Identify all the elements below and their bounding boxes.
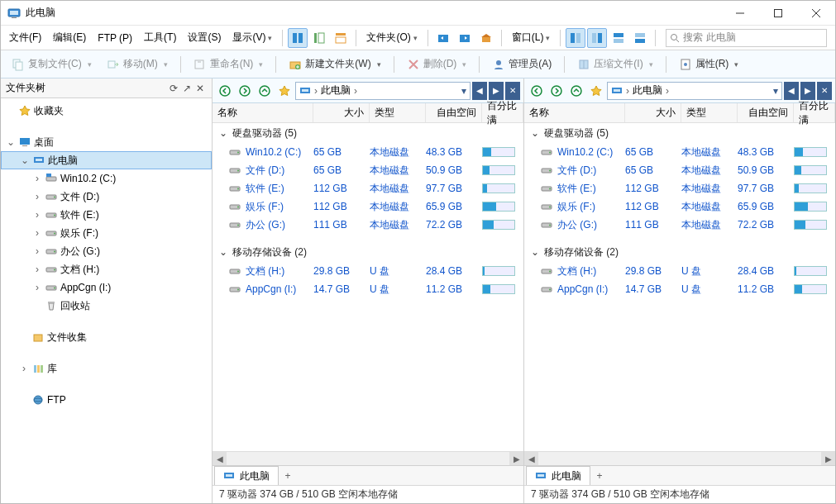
svg-point-81 xyxy=(237,271,239,273)
delete-button[interactable]: 删除(D)▾ xyxy=(401,54,473,74)
hscrollbar[interactable]: ◀▶ xyxy=(524,451,835,465)
svg-line-25 xyxy=(676,40,679,42)
nav-fav[interactable] xyxy=(275,82,294,100)
hscrollbar[interactable]: ◀▶ xyxy=(213,451,523,465)
view-mode-1[interactable] xyxy=(288,28,308,48)
layout-2[interactable] xyxy=(587,28,607,48)
close-button[interactable] xyxy=(797,1,835,26)
popout-icon[interactable]: ↗ xyxy=(180,83,193,94)
menu-ftp[interactable]: FTP (P) xyxy=(93,29,137,47)
drive-row[interactable]: 办公 (G:) 111 GB 本地磁盘 72.2 GB xyxy=(524,216,835,234)
drive-row[interactable]: 娱乐 (F:) 112 GB 本地磁盘 65.9 GB xyxy=(213,197,523,216)
nav-back-icon[interactable] xyxy=(433,28,453,48)
drive-row[interactable]: 文档 (H:) 29.8 GB U 盘 28.4 GB xyxy=(213,262,523,280)
nav-fav[interactable] xyxy=(587,82,605,100)
drive-icon xyxy=(541,201,552,212)
drive-row[interactable]: 文档 (H:) 29.8 GB U 盘 28.4 GB xyxy=(524,262,835,280)
layout-1[interactable] xyxy=(566,28,585,48)
menu-window[interactable]: 窗口(L)▾ xyxy=(507,27,556,48)
tree-desktop[interactable]: ⌄桌面 xyxy=(1,133,212,151)
group-header[interactable]: ⌄移动存储设备 (2) xyxy=(524,242,835,262)
drive-row[interactable]: AppCgn (I:) 14.7 GB U 盘 11.2 GB xyxy=(213,280,523,298)
tree-drive[interactable]: ›文件 (D:) xyxy=(1,188,212,206)
tree-lib[interactable]: ›库 xyxy=(1,359,212,378)
menu-settings[interactable]: 设置(S) xyxy=(183,27,226,48)
admin-button[interactable]: 管理员(A) xyxy=(486,54,557,74)
pane-close[interactable]: ✕ xyxy=(505,82,520,100)
pane-tab[interactable]: 此电脑 xyxy=(526,466,590,485)
rename-button[interactable]: 重命名(N)▾ xyxy=(188,54,270,74)
nav-fwd-icon[interactable] xyxy=(455,28,475,48)
menu-display[interactable]: 显示(V)▾ xyxy=(227,27,277,48)
pack-button[interactable]: 压缩文件(I)▾ xyxy=(571,54,658,74)
tree-drive[interactable]: ›文档 (H:) xyxy=(1,260,212,278)
new-tab[interactable]: + xyxy=(279,470,297,482)
drive-row[interactable]: 文件 (D:) 65 GB 本地磁盘 50.9 GB xyxy=(213,161,523,179)
drive-row[interactable]: 软件 (E:) 112 GB 本地磁盘 97.7 GB xyxy=(213,179,523,197)
tree-drive[interactable]: ›Win10.2 (C:) xyxy=(1,169,212,188)
svg-rect-11 xyxy=(336,33,346,36)
tree-collect[interactable]: 文件收集 xyxy=(1,328,212,346)
drive-row[interactable]: 软件 (E:) 112 GB 本地磁盘 97.7 GB xyxy=(524,179,835,197)
pane-close[interactable]: ✕ xyxy=(817,82,832,100)
menu-folder[interactable]: 文件夹(O)▾ xyxy=(361,27,422,48)
pane-tab[interactable]: 此电脑 xyxy=(214,466,279,485)
view-mode-2[interactable] xyxy=(309,28,329,48)
newfolder-button[interactable]: 新建文件夹(W)▾ xyxy=(283,54,386,74)
group-header[interactable]: ⌄硬盘驱动器 (5) xyxy=(213,123,523,143)
file-list[interactable]: ⌄硬盘驱动器 (5) Win10.2 (C:) 65 GB 本地磁盘 48.3 … xyxy=(524,123,835,451)
nav-forward[interactable] xyxy=(236,82,254,100)
nav-back[interactable] xyxy=(528,82,546,100)
tree-drive[interactable]: ›办公 (G:) xyxy=(1,242,212,260)
folder-tree[interactable]: 收藏夹 ⌄桌面 ⌄此电脑 ›Win10.2 (C:)›文件 (D:)›软件 (E… xyxy=(1,98,212,503)
group-header[interactable]: ⌄移动存储设备 (2) xyxy=(213,242,523,262)
nav-forward[interactable] xyxy=(547,82,566,100)
menu-tools[interactable]: 工具(T) xyxy=(139,27,181,48)
pane-prev[interactable]: ◀ xyxy=(784,82,799,100)
view-mode-3[interactable] xyxy=(331,28,351,48)
group-header[interactable]: ⌄硬盘驱动器 (5) xyxy=(524,123,835,143)
svg-rect-9 xyxy=(314,33,317,43)
nav-back[interactable] xyxy=(216,82,234,100)
close-tree-icon[interactable]: ✕ xyxy=(193,83,207,94)
tree-favorites[interactable]: 收藏夹 xyxy=(1,102,212,120)
tree-recycle[interactable]: 回收站 xyxy=(1,297,212,315)
svg-point-77 xyxy=(237,207,239,208)
drive-row[interactable]: 办公 (G:) 111 GB 本地磁盘 72.2 GB xyxy=(213,216,523,234)
maximize-button[interactable] xyxy=(759,1,797,26)
drive-row[interactable]: AppCgn (I:) 14.7 GB U 盘 11.2 GB xyxy=(524,280,835,298)
drive-row[interactable]: Win10.2 (C:) 65 GB 本地磁盘 48.3 GB xyxy=(213,143,523,161)
pane-next[interactable]: ▶ xyxy=(489,82,504,100)
nav-up[interactable] xyxy=(567,82,585,100)
refresh-icon[interactable]: ⟳ xyxy=(167,83,180,94)
tree-thispc[interactable]: ⌄此电脑 xyxy=(1,151,212,169)
nav-home-icon[interactable] xyxy=(476,28,496,48)
tree-drive[interactable]: ›AppCgn (I:) xyxy=(1,278,212,297)
drive-row[interactable]: 文件 (D:) 65 GB 本地磁盘 50.9 GB xyxy=(524,161,835,179)
minimize-button[interactable] xyxy=(721,1,759,26)
pane-prev[interactable]: ◀ xyxy=(472,82,487,100)
tree-ftp[interactable]: FTP xyxy=(1,391,212,409)
menu-edit[interactable]: 编辑(E) xyxy=(48,27,91,48)
props-button[interactable]: 属性(R)▾ xyxy=(673,54,745,74)
tree-drive[interactable]: ›软件 (E:) xyxy=(1,206,212,224)
new-tab[interactable]: + xyxy=(590,470,609,482)
layout-3[interactable] xyxy=(609,28,628,48)
breadcrumb[interactable]: ›此电脑› ▾ xyxy=(607,82,782,100)
copy-button[interactable]: 复制文件(C)▾ xyxy=(6,54,98,74)
column-headers[interactable]: 名称大小类型自由空间百分比满 xyxy=(213,103,523,123)
drive-icon xyxy=(541,265,552,277)
file-pane: ›此电脑› ▾ ◀ ▶ ✕ 名称大小类型自由空间百分比满 ⌄硬盘驱动器 (5) … xyxy=(524,78,835,503)
column-headers[interactable]: 名称大小类型自由空间百分比满 xyxy=(524,103,835,123)
move-button[interactable]: 移动(M)▾ xyxy=(101,54,174,74)
file-list[interactable]: ⌄硬盘驱动器 (5) Win10.2 (C:) 65 GB 本地磁盘 48.3 … xyxy=(213,123,523,451)
drive-row[interactable]: Win10.2 (C:) 65 GB 本地磁盘 48.3 GB xyxy=(524,143,835,161)
pane-next[interactable]: ▶ xyxy=(800,82,815,100)
breadcrumb[interactable]: ›此电脑› ▾ xyxy=(295,82,471,100)
menu-file[interactable]: 文件(F) xyxy=(4,27,46,48)
drive-row[interactable]: 娱乐 (F:) 112 GB 本地磁盘 65.9 GB xyxy=(524,197,835,216)
search-input[interactable]: 搜索 此电脑 xyxy=(666,29,827,47)
tree-drive[interactable]: ›娱乐 (F:) xyxy=(1,224,212,242)
layout-4[interactable] xyxy=(630,28,650,48)
nav-up[interactable] xyxy=(256,82,274,100)
